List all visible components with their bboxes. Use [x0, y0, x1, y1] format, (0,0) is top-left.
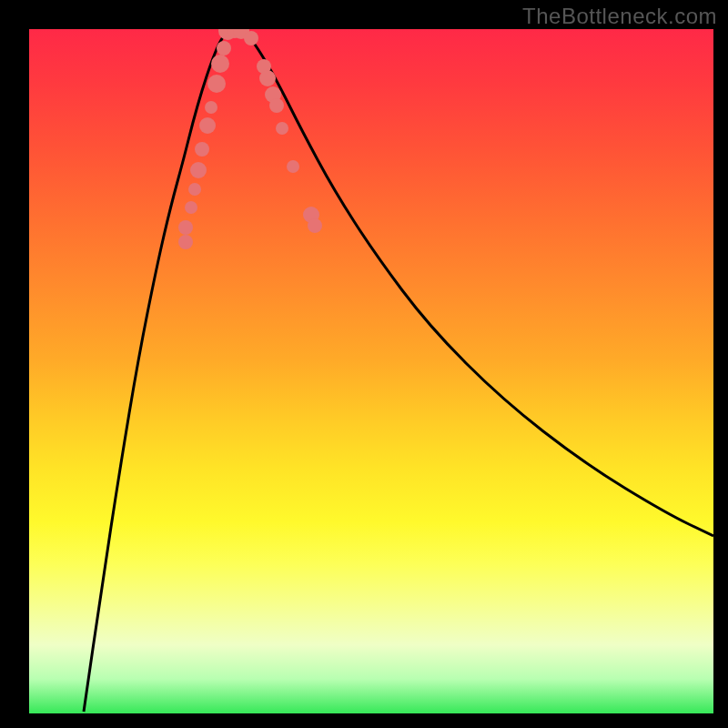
- marker-dot: [287, 160, 299, 173]
- chart-frame: [29, 29, 713, 713]
- marker-dot: [269, 98, 284, 113]
- marker-dot: [188, 183, 201, 196]
- marker-dot: [308, 218, 322, 233]
- marker-dot: [217, 41, 231, 56]
- marker-dot: [178, 220, 193, 235]
- marker-dot: [211, 55, 229, 73]
- marker-dot: [207, 75, 226, 93]
- marker-dot: [276, 122, 288, 135]
- marker-dot: [244, 31, 258, 46]
- data-markers: [178, 29, 322, 249]
- marker-dot: [195, 142, 209, 157]
- marker-dot: [185, 201, 197, 214]
- marker-dot: [178, 235, 193, 249]
- watermark-text: TheBottleneck.com: [522, 4, 717, 29]
- marker-dot: [259, 70, 276, 86]
- curve-right: [243, 31, 713, 536]
- marker-dot: [190, 162, 207, 178]
- chart-svg: [29, 29, 713, 713]
- marker-dot: [199, 117, 216, 134]
- bottleneck-curve: [84, 31, 713, 712]
- marker-dot: [205, 101, 217, 114]
